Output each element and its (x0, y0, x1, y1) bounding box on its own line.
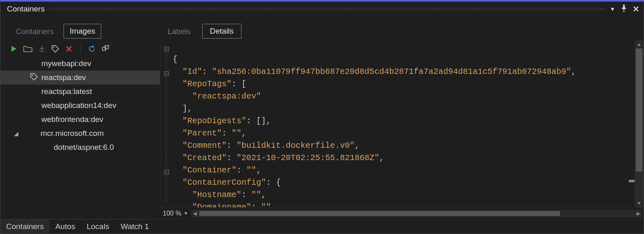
bottom-tab-containers[interactable]: Containers (0, 219, 50, 234)
bottom-tab-watch1[interactable]: Watch 1 (115, 219, 155, 234)
tag-icon[interactable] (51, 45, 59, 53)
tree-item-label: dotnet/aspnet:6.0 (54, 143, 114, 152)
bottom-tab-autos[interactable]: Autos (50, 219, 81, 234)
tab-images[interactable]: Images (64, 24, 101, 39)
json-value: buildkit.dockerfile.v0 (241, 141, 350, 150)
json-id-value: sha256:0ba11079ff947bb687e20d8d5cd4b2871… (217, 67, 566, 76)
tree-item-label: mcr.microsoft.com (41, 129, 104, 138)
json-value: 2021-10-20T02:25:55.821868Z (241, 153, 374, 163)
tree-item-label: reactspa:dev (41, 73, 86, 82)
fold-toggle[interactable]: − (164, 170, 169, 174)
svg-point-0 (53, 47, 55, 48)
tree-item-label: webfrontenda:dev (41, 115, 103, 124)
scroll-right-icon[interactable]: ▶ (635, 210, 642, 217)
scroll-down-icon[interactable]: ▼ (635, 199, 644, 207)
prune-icon[interactable] (102, 45, 111, 53)
right-panel: Labels Details − − − { "Id": "sha256:0ba… (160, 16, 644, 219)
containers-tool-window: Containers ▼ ✕ Containers Images (0, 0, 644, 234)
bottom-tab-bar: Containers Autos Locals Watch 1 (0, 219, 644, 234)
tab-containers[interactable]: Containers (10, 25, 59, 39)
overview-ruler[interactable] (629, 40, 635, 207)
horizontal-scrollbar[interactable]: ◀ ▶ (191, 210, 642, 217)
json-key: RepoTags (187, 79, 227, 89)
fold-toggle[interactable]: − (164, 47, 169, 51)
scroll-thumb[interactable] (199, 211, 560, 216)
left-panel: Containers Images (0, 16, 160, 219)
close-button[interactable]: ✕ (633, 4, 639, 14)
bottom-tab-locals[interactable]: Locals (81, 219, 115, 234)
run-icon[interactable] (10, 45, 18, 53)
titlebar[interactable]: Containers ▼ ✕ (0, 2, 644, 16)
tree-item[interactable]: webfrontenda:dev (0, 112, 160, 126)
tree-item-label: mywebapi:dev (41, 59, 91, 68)
right-tabs: Labels Details (160, 16, 644, 39)
json-key: ContainerConfig (187, 178, 261, 187)
refresh-icon[interactable] (88, 45, 96, 53)
editor-footer: 100 %▼ ◀ ▶ (160, 207, 644, 219)
tab-details[interactable]: Details (202, 24, 241, 39)
open-folder-icon[interactable] (23, 45, 32, 53)
json-key: Parent (187, 128, 217, 138)
pin-button[interactable] (621, 5, 627, 14)
json-key: RepoDigests (187, 116, 241, 126)
scroll-thumb[interactable] (636, 48, 642, 172)
delete-icon[interactable] (65, 45, 73, 53)
outline-column[interactable]: − − − (160, 40, 173, 207)
tree-item[interactable]: webapplication14:dev (0, 99, 160, 112)
tree-item[interactable]: ◢mcr.microsoft.com (0, 126, 160, 140)
toolbar-separator (80, 44, 80, 53)
json-key: Created (187, 153, 222, 163)
zoom-value: 100 % (163, 210, 181, 217)
tag-icon (30, 73, 38, 83)
window-menu-button[interactable]: ▼ (610, 6, 615, 12)
tab-labels[interactable]: Labels (160, 25, 198, 39)
chevron-down-icon[interactable]: ▼ (184, 211, 188, 216)
vertical-scrollbar[interactable]: ▲ ▼ (635, 40, 644, 207)
svg-point-3 (32, 74, 33, 76)
image-tree[interactable]: mywebapi:dev reactspa:dev reactspa:lates… (0, 57, 160, 219)
tree-item-label: reactspa:latest (41, 87, 92, 96)
download-icon[interactable] (38, 45, 46, 53)
tree-item-label: webapplication14:dev (41, 101, 116, 110)
tree-item[interactable]: dotnet/aspnet:6.0 (0, 140, 160, 154)
json-repotag-value: reactspa:dev (197, 92, 256, 101)
tree-item[interactable]: reactspa:latest (0, 85, 160, 99)
left-tabs: Containers Images (0, 16, 160, 42)
scroll-up-icon[interactable]: ▲ (635, 40, 644, 48)
titlebar-grip[interactable] (49, 7, 605, 11)
json-key: Hostname (197, 190, 237, 200)
json-key: Comment (187, 141, 222, 150)
tree-item[interactable]: reactspa:dev (0, 71, 160, 85)
fold-toggle[interactable]: − (164, 71, 169, 76)
tree-item[interactable]: mywebapi:dev (0, 57, 160, 71)
expand-arrow-icon[interactable]: ◢ (12, 130, 20, 137)
zoom-level[interactable]: 100 %▼ (160, 210, 191, 217)
titlebar-title: Containers (7, 5, 45, 14)
json-editor[interactable]: { "Id": "sha256:0ba11079ff947bb687e20d8d… (173, 40, 635, 207)
scroll-left-icon[interactable]: ◀ (191, 210, 198, 217)
json-key: Domainname (197, 202, 246, 207)
json-key: Container (187, 165, 232, 175)
images-toolbar (0, 42, 160, 57)
